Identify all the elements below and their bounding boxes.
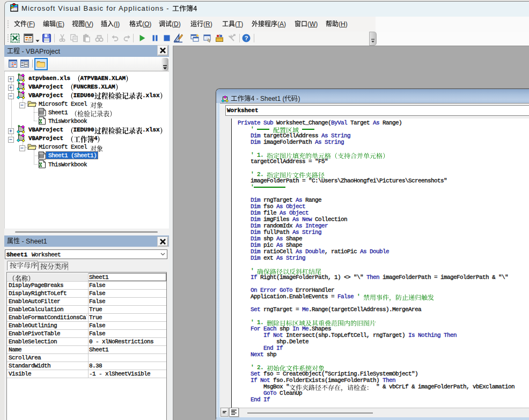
svg-text:?: ? (245, 35, 248, 41)
